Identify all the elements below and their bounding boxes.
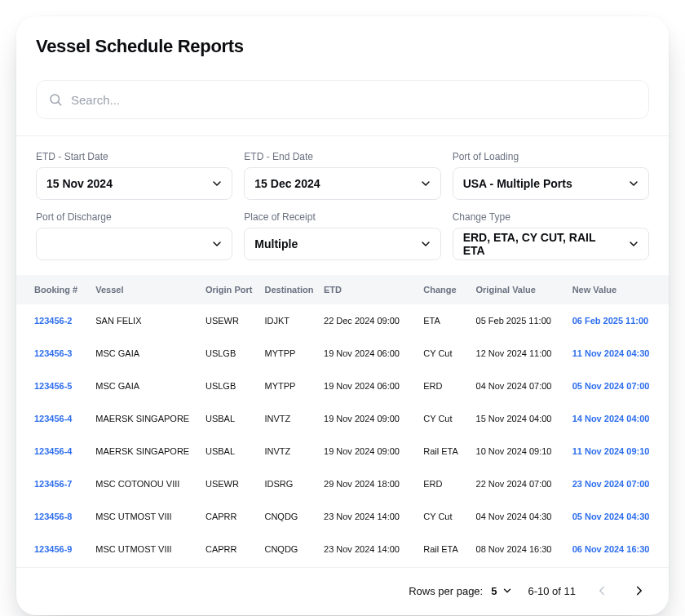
port-loading-select[interactable]: USA - Multiple Ports <box>453 167 649 200</box>
cell-destination: IDSRG <box>261 468 320 500</box>
etd-start-select[interactable]: 15 Nov 2024 <box>36 167 232 200</box>
page-title: Vessel Schedule Reports <box>36 36 649 57</box>
cell-origin: USEWR <box>202 304 262 337</box>
select-value: Multiple <box>254 237 298 250</box>
booking-link[interactable]: 123456-2 <box>16 304 92 337</box>
cell-origin: USEWR <box>202 468 262 500</box>
filters-grid: ETD - Start Date 15 Nov 2024 ETD - End D… <box>36 151 649 260</box>
chevron-down-icon <box>627 237 640 250</box>
select-value: 15 Nov 2024 <box>46 177 113 190</box>
col-destination[interactable]: Destination <box>261 275 320 304</box>
booking-link[interactable]: 123456-4 <box>16 435 92 468</box>
cell-change: CY Cut <box>420 500 472 533</box>
cell-change: ERD <box>420 370 472 402</box>
cell-etd: 19 Nov 2024 06:00 <box>320 370 420 402</box>
cell-destination: CNQDG <box>261 533 320 565</box>
search-bar[interactable] <box>36 80 649 119</box>
chevron-down-icon <box>210 177 223 190</box>
cell-new-value: 11 Nov 2024 09:10 <box>569 435 669 468</box>
cell-origin: USLGB <box>202 370 262 402</box>
cell-etd: 29 Nov 2024 18:00 <box>320 468 420 500</box>
col-vessel[interactable]: Vessel <box>92 275 202 304</box>
booking-link[interactable]: 123456-3 <box>16 337 92 370</box>
cell-new-value: 06 Feb 2025 11:00 <box>569 304 669 337</box>
col-etd[interactable]: ETD <box>320 275 420 304</box>
cell-etd: 19 Nov 2024 06:00 <box>320 337 420 370</box>
cell-change: Rail ETA <box>420 533 472 565</box>
cell-etd: 19 Nov 2024 09:00 <box>320 402 420 435</box>
cell-change: CY Cut <box>420 337 472 370</box>
cell-new-value: 05 Nov 2024 04:30 <box>569 500 669 533</box>
cell-original: 08 Nov 2024 16:30 <box>473 533 569 565</box>
change-type-select[interactable]: ERD, ETA, CY CUT, RAIL ETA <box>453 228 649 260</box>
cell-change: CY Cut <box>420 402 472 435</box>
report-card: Vessel Schedule Reports ETD - Start Date… <box>16 16 669 615</box>
booking-link[interactable]: 123456-5 <box>16 370 92 402</box>
chevron-down-icon <box>419 237 432 250</box>
filter-label: Place of Receipt <box>244 211 440 223</box>
cell-original: 04 Nov 2024 04:30 <box>473 500 569 533</box>
cell-new-value: 06 Nov 2024 16:30 <box>569 533 669 565</box>
cell-origin: USLGB <box>202 337 262 370</box>
filter-etd-start: ETD - Start Date 15 Nov 2024 <box>36 151 232 200</box>
table-row: 123456-3MSC GAIAUSLGBMYTPP19 Nov 2024 06… <box>16 337 669 370</box>
cell-destination: MYTPP <box>261 337 320 370</box>
chevron-down-icon <box>627 177 640 190</box>
cell-destination: INVTZ <box>261 402 320 435</box>
cell-new-value: 11 Nov 2024 04:30 <box>569 337 669 370</box>
table-row: 123456-5MSC GAIAUSLGBMYTPP19 Nov 2024 06… <box>16 370 669 402</box>
chevron-down-icon <box>210 237 223 250</box>
chevron-down-icon <box>502 585 513 596</box>
search-icon <box>48 92 63 107</box>
cell-origin: CAPRR <box>202 500 262 533</box>
rows-per-page-select[interactable]: 5 <box>491 585 513 597</box>
filter-label: Change Type <box>453 211 649 223</box>
filter-label: Port of Loading <box>453 151 649 162</box>
results-table-wrap: Booking # Vessel Origin Port Destination… <box>16 275 669 565</box>
booking-link[interactable]: 123456-8 <box>16 500 92 533</box>
cell-vessel: MAERSK SINGAPORE <box>92 435 202 468</box>
cell-destination: IDJKT <box>261 304 320 337</box>
col-new[interactable]: New Value <box>569 275 669 304</box>
table-row: 123456-2SAN FELIXUSEWRIDJKT22 Dec 2024 0… <box>16 304 669 337</box>
booking-link[interactable]: 123456-9 <box>16 533 92 565</box>
cell-vessel: MSC UTMOST VIII <box>92 533 202 565</box>
filter-label: ETD - Start Date <box>36 151 232 162</box>
place-receipt-select[interactable]: Multiple <box>244 228 440 260</box>
col-change[interactable]: Change <box>420 275 472 304</box>
cell-etd: 19 Nov 2024 09:00 <box>320 435 420 468</box>
col-original[interactable]: Original Value <box>473 275 569 304</box>
rows-per-page-label: Rows per page: <box>409 585 483 597</box>
cell-new-value: 23 Nov 2024 07:00 <box>569 468 669 500</box>
svg-line-1 <box>58 102 60 104</box>
select-value: ERD, ETA, CY CUT, RAIL ETA <box>463 231 619 257</box>
cell-etd: 23 Nov 2024 14:00 <box>320 533 420 565</box>
cell-vessel: MSC GAIA <box>92 337 202 370</box>
port-discharge-select[interactable] <box>36 228 232 260</box>
filter-change-type: Change Type ERD, ETA, CY CUT, RAIL ETA <box>453 211 649 260</box>
cell-new-value: 05 Nov 2024 07:00 <box>569 370 669 402</box>
filter-label: Port of Discharge <box>36 211 232 223</box>
booking-link[interactable]: 123456-7 <box>16 468 92 500</box>
col-origin[interactable]: Origin Port <box>202 275 262 304</box>
pagination-range: 6-10 of 11 <box>528 585 576 597</box>
search-input[interactable] <box>71 93 637 107</box>
table-footer: Rows per page: 5 6-10 of 11 <box>16 567 669 602</box>
cell-origin: USBAL <box>202 435 262 468</box>
divider <box>16 135 669 136</box>
filter-place-receipt: Place of Receipt Multiple <box>244 211 440 260</box>
next-page-button[interactable] <box>628 579 651 602</box>
cell-destination: MYTPP <box>261 370 320 402</box>
cell-etd: 23 Nov 2024 14:00 <box>320 500 420 533</box>
col-booking[interactable]: Booking # <box>16 275 92 304</box>
prev-page-button[interactable] <box>590 579 613 602</box>
table-row: 123456-4MAERSK SINGAPOREUSBALINVTZ19 Nov… <box>16 402 669 435</box>
table-row: 123456-9MSC UTMOST VIIICAPRRCNQDG23 Nov … <box>16 533 669 565</box>
booking-link[interactable]: 123456-4 <box>16 402 92 435</box>
table-row: 123456-7MSC COTONOU VIIIUSEWRIDSRG29 Nov… <box>16 468 669 500</box>
cell-vessel: SAN FELIX <box>92 304 202 337</box>
filter-port-loading: Port of Loading USA - Multiple Ports <box>453 151 649 200</box>
svg-point-0 <box>51 95 60 104</box>
etd-end-select[interactable]: 15 Dec 2024 <box>244 167 440 200</box>
table-header-row: Booking # Vessel Origin Port Destination… <box>16 275 669 304</box>
